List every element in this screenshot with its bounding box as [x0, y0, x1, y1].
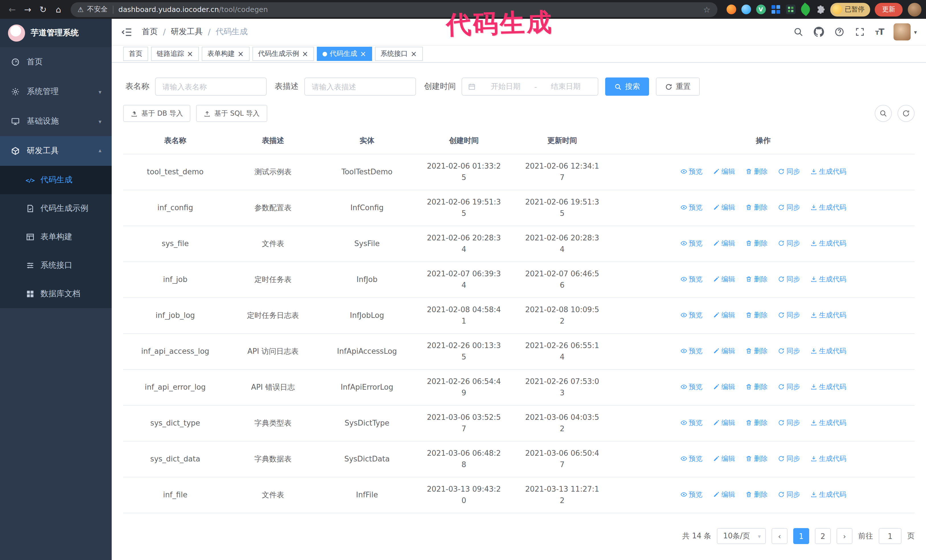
browser-profile-avatar[interactable] — [908, 3, 921, 16]
close-icon[interactable]: × — [187, 50, 193, 57]
tab-trace[interactable]: 链路追踪 × — [151, 47, 199, 61]
generate-code-link[interactable]: 生成代码 — [811, 417, 846, 429]
edit-link[interactable]: 编辑 — [713, 237, 735, 249]
sidebar-item-db-doc[interactable]: 数据库文档 — [0, 280, 112, 308]
generate-code-link[interactable]: 生成代码 — [811, 273, 846, 285]
extension-grid-icon[interactable] — [771, 5, 781, 14]
preview-link[interactable]: 预览 — [680, 453, 702, 464]
sidebar-item-codegen-example[interactable]: 代码生成示例 — [0, 194, 112, 223]
delete-link[interactable]: 删除 — [745, 237, 767, 249]
prev-page-button[interactable]: ‹ — [772, 528, 788, 544]
edit-link[interactable]: 编辑 — [713, 381, 735, 392]
preview-link[interactable]: 预览 — [680, 166, 702, 177]
generate-code-link[interactable]: 生成代码 — [811, 309, 846, 321]
sync-link[interactable]: 同步 — [778, 489, 800, 500]
delete-link[interactable]: 删除 — [745, 345, 767, 357]
delete-link[interactable]: 删除 — [745, 166, 767, 177]
sync-link[interactable]: 同步 — [778, 237, 800, 249]
help-icon[interactable] — [834, 27, 845, 37]
preview-link[interactable]: 预览 — [680, 273, 702, 285]
edit-link[interactable]: 编辑 — [713, 273, 735, 285]
address-bar[interactable]: ⚠ 不安全 dashboard.yudao.iocoder.cn/tool/co… — [71, 2, 717, 17]
sidebar-item-codegen[interactable]: </> 代码生成 — [0, 166, 112, 194]
sync-link[interactable]: 同步 — [778, 166, 800, 177]
preview-link[interactable]: 预览 — [680, 489, 702, 500]
sync-link[interactable]: 同步 — [778, 381, 800, 392]
extension-fox-icon[interactable] — [726, 5, 736, 14]
sync-link[interactable]: 同步 — [778, 273, 800, 285]
generate-code-link[interactable]: 生成代码 — [811, 453, 846, 464]
close-icon[interactable]: × — [410, 50, 417, 57]
page-2-button[interactable]: 2 — [815, 528, 831, 544]
sidebar-item-form-builder[interactable]: 表单构建 — [0, 223, 112, 251]
close-icon[interactable]: × — [238, 50, 244, 57]
sidebar-item-system[interactable]: 系统管理 ▾ — [0, 77, 112, 107]
extension-vue-devtools-icon[interactable]: V — [756, 5, 766, 14]
tab-api[interactable]: 系统接口 × — [375, 47, 422, 61]
breadcrumb-devtools[interactable]: 研发工具 — [171, 27, 203, 37]
generate-code-link[interactable]: 生成代码 — [811, 381, 846, 392]
forward-icon[interactable]: → — [20, 2, 35, 17]
tab-home[interactable]: 首页 — [123, 47, 148, 61]
edit-link[interactable]: 编辑 — [713, 489, 735, 500]
extensions-puzzle-icon[interactable] — [815, 4, 825, 15]
delete-link[interactable]: 删除 — [745, 273, 767, 285]
edit-link[interactable]: 编辑 — [713, 202, 735, 213]
refresh-table-button[interactable] — [897, 105, 915, 122]
toggle-search-button[interactable] — [875, 105, 892, 122]
bookmark-star-icon[interactable]: ☆ — [703, 5, 710, 14]
preview-link[interactable]: 预览 — [680, 345, 702, 357]
extension-pixel-icon[interactable] — [785, 5, 795, 14]
breadcrumb-home[interactable]: 首页 — [142, 27, 158, 37]
reload-icon[interactable]: ↻ — [35, 2, 51, 17]
profile-paused-chip[interactable]: 已暂停 — [830, 3, 870, 16]
table-desc-input[interactable] — [304, 77, 416, 96]
page-1-button[interactable]: 1 — [793, 528, 809, 544]
delete-link[interactable]: 删除 — [745, 381, 767, 392]
generate-code-link[interactable]: 生成代码 — [811, 345, 846, 357]
table-name-input[interactable] — [155, 77, 267, 96]
sync-link[interactable]: 同步 — [778, 202, 800, 213]
import-db-button[interactable]: 基于 DB 导入 — [123, 105, 190, 122]
import-sql-button[interactable]: 基于 SQL 导入 — [196, 105, 267, 122]
sidebar-item-infra[interactable]: 基础设施 ▾ — [0, 107, 112, 136]
tab-codegen[interactable]: 代码生成 × — [316, 47, 372, 61]
search-button[interactable]: 搜索 — [605, 77, 649, 96]
user-menu[interactable]: ▾ — [894, 23, 917, 41]
delete-link[interactable]: 删除 — [745, 489, 767, 500]
search-icon[interactable] — [793, 27, 804, 37]
preview-link[interactable]: 预览 — [680, 202, 702, 213]
goto-page-input[interactable] — [879, 528, 902, 544]
sidebar-toggle-icon[interactable] — [121, 26, 133, 38]
page-size-select[interactable]: 10条/页 ▾ — [717, 528, 766, 544]
preview-link[interactable]: 预览 — [680, 417, 702, 429]
close-icon[interactable]: × — [302, 50, 308, 57]
back-icon[interactable]: ← — [5, 2, 20, 17]
sidebar-item-api[interactable]: 系统接口 — [0, 251, 112, 280]
close-icon[interactable]: × — [360, 50, 366, 57]
font-size-icon[interactable]: TT — [875, 27, 884, 37]
generate-code-link[interactable]: 生成代码 — [811, 166, 846, 177]
edit-link[interactable]: 编辑 — [713, 417, 735, 429]
preview-link[interactable]: 预览 — [680, 237, 702, 249]
tab-form-builder[interactable]: 表单构建 × — [202, 47, 250, 61]
edit-link[interactable]: 编辑 — [713, 166, 735, 177]
github-icon[interactable] — [814, 27, 825, 37]
date-range-picker[interactable]: 开始日期 - 结束日期 — [461, 77, 598, 96]
edit-link[interactable]: 编辑 — [713, 345, 735, 357]
delete-link[interactable]: 删除 — [745, 453, 767, 464]
extension-droplet-icon[interactable] — [741, 5, 751, 14]
sidebar-item-devtools[interactable]: 研发工具 ▾ — [0, 136, 112, 166]
fullscreen-icon[interactable] — [855, 27, 865, 37]
sidebar-item-home[interactable]: 首页 — [0, 47, 112, 77]
delete-link[interactable]: 删除 — [745, 417, 767, 429]
home-icon[interactable]: ⌂ — [51, 2, 66, 17]
preview-link[interactable]: 预览 — [680, 381, 702, 392]
sync-link[interactable]: 同步 — [778, 309, 800, 321]
next-page-button[interactable]: › — [837, 528, 852, 544]
generate-code-link[interactable]: 生成代码 — [811, 489, 846, 500]
extension-leaf-icon[interactable] — [798, 3, 812, 16]
tab-codegen-example[interactable]: 代码生成示例 × — [253, 47, 314, 61]
edit-link[interactable]: 编辑 — [713, 309, 735, 321]
security-chip[interactable]: ⚠ 不安全 — [77, 5, 108, 14]
